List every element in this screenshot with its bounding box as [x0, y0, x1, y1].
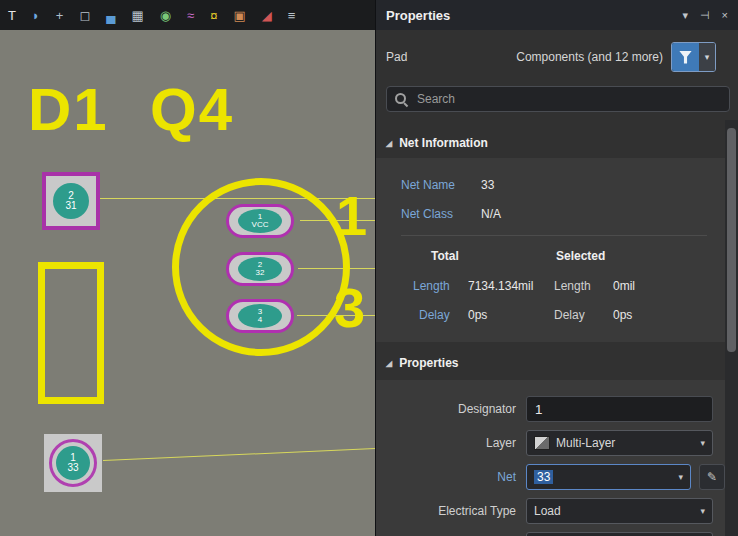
net-label: Net	[376, 464, 516, 490]
object-type-row: Pad Components (and 12 more) ▾	[386, 42, 716, 72]
top-toolbar: T ◗ + ◻ ▄ ▦ ◉ ≈ ¤ ▣ ◢ ≡	[0, 0, 375, 30]
length-label: Length	[413, 279, 450, 293]
ratsnest-line	[103, 448, 375, 461]
filter-split-button[interactable]: ▾	[671, 42, 716, 72]
multi-layer-icon	[534, 436, 550, 450]
pad-hole: 1 VCC	[238, 209, 282, 233]
pcb-canvas[interactable]: D1 Q4 2 31 1 VCC 2 32 3 4	[0, 30, 375, 536]
silkscreen-designator-q4[interactable]: Q4	[150, 80, 234, 140]
pad-annular-ring: 1 33	[49, 439, 97, 487]
section-title: Properties	[399, 356, 458, 370]
net-class-value: N/A	[481, 207, 501, 221]
silkscreen-rectangle-d1[interactable]	[38, 262, 104, 404]
pin-icon[interactable]: ⊣	[700, 9, 710, 22]
total-length-value: 7134.134mil	[468, 279, 533, 293]
selection-tool-icon[interactable]: ◻	[79, 9, 90, 22]
layer-label: Layer	[376, 430, 516, 456]
pad-hole: 3 4	[238, 304, 282, 328]
histogram-tool-icon[interactable]: ▄	[106, 9, 115, 22]
net-value: 33	[534, 470, 553, 484]
funnel-icon	[679, 51, 692, 64]
selected-length-label: Length	[554, 279, 591, 293]
chart-tool-icon[interactable]: ◢	[262, 9, 272, 22]
search-icon	[395, 93, 408, 106]
scrollbar-track[interactable]	[725, 120, 738, 536]
pad-net: VCC	[252, 221, 269, 229]
key-tool-icon[interactable]: ¤	[210, 9, 217, 22]
arc-tool-icon[interactable]: ◗	[32, 9, 40, 22]
net-dropdown[interactable]: 33 ▾	[526, 464, 691, 490]
section-header-net-information[interactable]: ◢ Net Information	[386, 136, 488, 150]
clipped-dropdown[interactable]	[526, 532, 713, 536]
net-tool-icon[interactable]: ◉	[160, 9, 171, 22]
collapse-icon: ◢	[386, 359, 392, 368]
object-type-label: Pad	[386, 50, 407, 64]
selected-length-value: 0mil	[613, 279, 635, 293]
electrical-type-label: Electrical Type	[376, 498, 516, 524]
electrical-type-dropdown[interactable]: Load ▾	[526, 498, 713, 524]
search-box	[386, 86, 730, 112]
divider	[401, 235, 707, 236]
close-icon[interactable]: ×	[722, 9, 728, 21]
pencil-icon: ✎	[707, 470, 717, 484]
silkscreen-designator-d1[interactable]: D1	[28, 80, 109, 140]
electrical-type-value: Load	[534, 504, 561, 518]
pad-net: 32	[256, 269, 265, 277]
pad-q4-3[interactable]: 3 4	[226, 299, 294, 333]
layer-dropdown[interactable]: Multi-Layer ▾	[526, 430, 713, 456]
filter-button[interactable]	[672, 43, 699, 71]
scrollbar-thumb[interactable]	[727, 128, 736, 352]
pad-hole: 2 32	[238, 257, 282, 281]
net-name-value: 33	[481, 178, 494, 192]
selected-delay-label: Delay	[554, 308, 585, 322]
collapse-icon: ◢	[386, 139, 392, 148]
silkscreen-net-label-1[interactable]: 1	[336, 188, 367, 244]
sine-tool-icon[interactable]: ≈	[187, 9, 194, 22]
pad-net: 4	[258, 316, 262, 324]
layer-value: Multi-Layer	[556, 436, 615, 450]
selected-delay-value: 0ps	[613, 308, 632, 322]
designator-input[interactable]	[526, 396, 713, 422]
altium-pcb-editor: T ◗ + ◻ ▄ ▦ ◉ ≈ ¤ ▣ ◢ ≡ D1 Q4 2 31 1	[0, 0, 738, 536]
list-tool-icon[interactable]: ≡	[288, 9, 296, 22]
edit-net-button[interactable]: ✎	[699, 464, 725, 490]
chevron-down-icon: ▾	[700, 506, 705, 516]
total-header: Total	[431, 249, 459, 263]
panel-header: Properties ▾ ⊣ ×	[376, 0, 738, 30]
net-class-label: Net Class	[401, 207, 453, 221]
pad-net: 33	[67, 463, 78, 474]
selected-header: Selected	[556, 249, 605, 263]
pad-q4-1[interactable]: 1 VCC	[226, 204, 294, 238]
chevron-down-icon: ▾	[700, 438, 705, 448]
silkscreen-net-label-3[interactable]: 3	[334, 280, 365, 336]
pad-hole: 1 33	[56, 446, 90, 480]
filter-dropdown-arrow[interactable]: ▾	[699, 43, 715, 71]
section-header-properties[interactable]: ◢ Properties	[386, 356, 459, 370]
pad-hole: 2 31	[53, 183, 89, 219]
pad-q4-2[interactable]: 2 32	[226, 252, 294, 286]
pad-d1-2[interactable]: 2 31	[42, 172, 100, 230]
chevron-down-icon: ▾	[678, 472, 683, 482]
image-tool-icon[interactable]: ▣	[233, 9, 245, 22]
net-information-section: Net Name 33 Net Class N/A Total Selected…	[376, 158, 725, 342]
total-delay-value: 0ps	[468, 308, 487, 322]
move-tool-icon[interactable]: +	[56, 9, 64, 22]
net-name-label: Net Name	[401, 178, 455, 192]
filter-scope-label[interactable]: Components (and 12 more)	[516, 50, 663, 64]
panel-title: Properties	[386, 8, 450, 23]
chevron-down-icon[interactable]: ▾	[682, 9, 688, 22]
delay-label: Delay	[419, 308, 450, 322]
properties-panel: Properties ▾ ⊣ × Pad Components (and 12 …	[375, 0, 738, 536]
section-title: Net Information	[399, 136, 488, 150]
text-tool-icon[interactable]: T	[8, 9, 16, 22]
designator-label: Designator	[376, 396, 516, 422]
pad-net: 31	[65, 201, 76, 212]
pad-d1-1[interactable]: 1 33	[44, 434, 102, 492]
properties-section: Designator Layer Multi-Layer ▾ Net 33 ▾ …	[376, 380, 725, 536]
grid-tool-icon[interactable]: ▦	[131, 9, 143, 22]
search-input[interactable]	[415, 91, 721, 107]
